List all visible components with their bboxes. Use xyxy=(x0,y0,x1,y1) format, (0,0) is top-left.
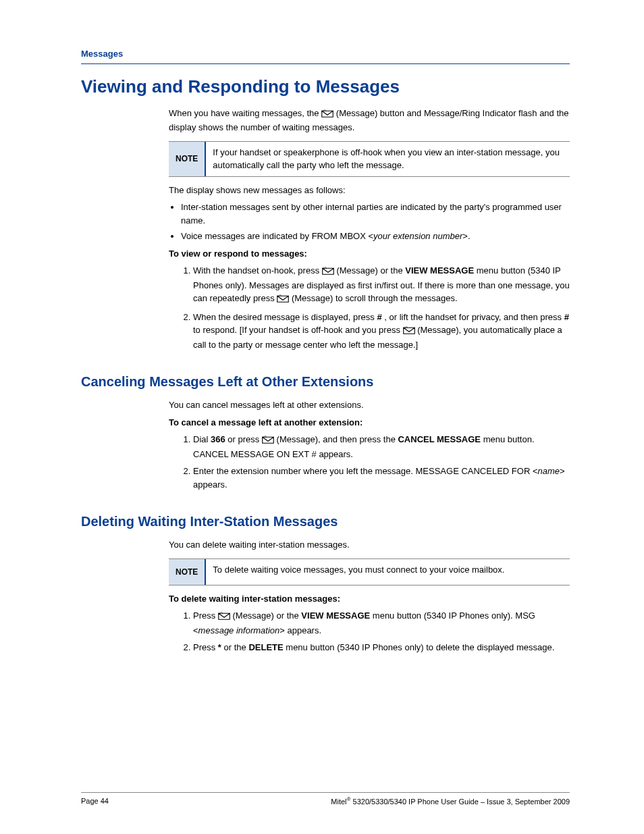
section-deleting-body: You can delete waiting inter-station mes… xyxy=(169,538,570,654)
bold-text: DELETE xyxy=(248,642,283,652)
step-list: Dial 366 or press (Message), and then pr… xyxy=(181,433,570,491)
text: Press xyxy=(193,610,218,621)
bold-text: VIEW MESSAGE xyxy=(301,610,370,621)
procedure-lead: To cancel a message left at another exte… xyxy=(169,416,570,429)
bold-text: # xyxy=(564,312,569,322)
text: Mitel xyxy=(331,798,346,806)
text: , or lift the handset for privacy, and t… xyxy=(384,312,564,322)
list-item: When the desired message is displayed, p… xyxy=(193,311,570,352)
section-canceling-body: You can cancel messages left at other ex… xyxy=(169,398,570,491)
text: (Message) to scroll through the messages… xyxy=(292,293,458,303)
note-label: NOTE xyxy=(169,559,206,585)
list-item: With the handset on-hook, press (Message… xyxy=(193,264,570,307)
list-item: Dial 366 or press (Message), and then pr… xyxy=(193,433,570,461)
text: Press xyxy=(193,642,218,652)
text: to respond. [If your handset is off-hook… xyxy=(193,325,403,335)
paragraph: When you have waiting messages, the (Mes… xyxy=(169,107,570,134)
procedure-lead: To view or respond to messages: xyxy=(169,247,570,261)
text: or the xyxy=(224,642,249,652)
footer-right: Mitel® 5320/5330/5340 IP Phone User Guid… xyxy=(331,796,570,807)
text: Enter the extension number where you lef… xyxy=(193,466,537,476)
procedure-lead: To delete waiting inter-station messages… xyxy=(169,592,570,606)
text: 5320/5330/5340 IP Phone User Guide – Iss… xyxy=(350,798,570,806)
step-list: With the handset on-hook, press (Message… xyxy=(181,264,570,351)
message-icon xyxy=(218,610,230,624)
bold-text: VIEW MESSAGE xyxy=(405,265,474,276)
text: When you have waiting messages, the xyxy=(169,108,321,118)
paragraph: The display shows new messages as follow… xyxy=(169,184,570,197)
note-label: NOTE xyxy=(169,142,206,176)
text: (Message) or the xyxy=(232,610,301,621)
note-box: NOTE To delete waiting voice messages, y… xyxy=(169,558,570,585)
list-item: Enter the extension number where you lef… xyxy=(193,465,570,491)
text: Voice messages are indicated by FROM MBO… xyxy=(181,231,373,241)
note-text: To delete waiting voice messages, you mu… xyxy=(206,559,570,585)
bold-text: CANCEL MESSAGE xyxy=(398,434,481,444)
message-icon xyxy=(262,434,274,448)
bold-text: 366 xyxy=(211,434,225,444)
bold-text: # xyxy=(377,312,381,322)
bullet-list: Inter-station messages sent by other int… xyxy=(181,201,570,243)
message-icon xyxy=(403,325,415,338)
text: >. xyxy=(462,231,470,241)
bold-text: * xyxy=(218,642,221,652)
page-footer: Page 44 Mitel® 5320/5330/5340 IP Phone U… xyxy=(81,792,570,807)
text: > appears. xyxy=(279,625,321,635)
message-icon xyxy=(322,265,334,279)
text: or press xyxy=(227,434,262,444)
text: (Message), and then press the xyxy=(277,434,398,444)
italic-text: message information xyxy=(198,625,280,635)
list-item: Inter-station messages sent by other int… xyxy=(181,201,570,227)
document-page: Messages Viewing and Responding to Messa… xyxy=(0,0,644,834)
list-item: Press * or the DELETE menu button (5340 … xyxy=(193,641,570,654)
note-box: NOTE If your handset or speakerphone is … xyxy=(169,141,570,177)
italic-text: your extension number xyxy=(373,231,462,241)
message-icon xyxy=(321,108,333,122)
text: With the handset on-hook, press xyxy=(193,265,322,276)
heading-deleting: Deleting Waiting Inter-Station Messages xyxy=(81,511,570,531)
note-text: If your handset or speakerphone is off-h… xyxy=(206,142,570,176)
list-item: Press (Message) or the VIEW MESSAGE menu… xyxy=(193,609,570,637)
heading-canceling: Canceling Messages Left at Other Extensi… xyxy=(81,371,570,392)
heading-viewing: Viewing and Responding to Messages xyxy=(81,74,570,100)
paragraph: You can cancel messages left at other ex… xyxy=(169,398,570,412)
text: When the desired message is displayed, p… xyxy=(193,312,377,322)
italic-text: name xyxy=(537,466,560,476)
text: Dial xyxy=(193,434,211,444)
section-viewing-body: When you have waiting messages, the (Mes… xyxy=(169,107,570,352)
message-icon xyxy=(277,293,289,307)
breadcrumb: Messages xyxy=(81,47,570,64)
step-list: Press (Message) or the VIEW MESSAGE menu… xyxy=(181,609,570,654)
page-number: Page 44 xyxy=(81,796,109,807)
text: (Message) or the xyxy=(336,265,405,276)
paragraph: You can delete waiting inter-station mes… xyxy=(169,538,570,552)
list-item: Voice messages are indicated by FROM MBO… xyxy=(181,230,570,243)
text: menu button (5340 IP Phones only) to del… xyxy=(286,642,554,652)
